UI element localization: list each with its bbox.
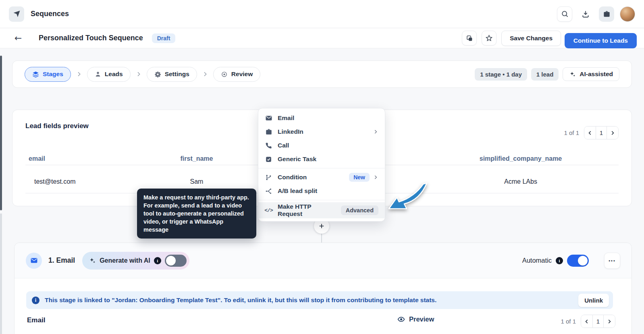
sequence-header: ← Personalized Touch Sequence Draft Save… xyxy=(0,28,644,48)
tab-settings[interactable]: Settings xyxy=(147,67,197,82)
chevron-right-icon xyxy=(76,71,82,77)
current-page: 1 xyxy=(596,127,607,139)
automatic-label: Automatic xyxy=(522,257,552,264)
column-header-company: simplified_company_name xyxy=(422,155,619,162)
next-page-button[interactable] xyxy=(607,127,618,139)
add-step-menu: Email LinkedIn Call Generic Task Conditi… xyxy=(258,108,385,222)
divider xyxy=(258,200,385,200)
briefcase-icon xyxy=(603,10,611,18)
menu-item-label: Generic Task xyxy=(278,156,316,163)
lead-count-badge: 1 lead xyxy=(531,68,559,81)
prev-page-button[interactable] xyxy=(584,127,596,139)
banner-text: This stage is linked to "Jordan: Onboard… xyxy=(45,297,436,304)
duplicate-button[interactable] xyxy=(462,31,477,46)
sparkles-icon xyxy=(569,71,576,78)
scrollbar-thumb[interactable] xyxy=(0,56,2,210)
menu-item-label: LinkedIn xyxy=(278,128,303,135)
unlink-button[interactable]: Unlink xyxy=(578,294,609,307)
stepper-card: Stages Leads Settings Review 1 stage • 1… xyxy=(12,60,632,88)
paper-plane-icon xyxy=(13,10,21,18)
export-button[interactable] xyxy=(578,6,593,22)
copy-icon xyxy=(466,35,473,42)
email-editor-header: Email Preview 1 of 1 1 xyxy=(15,312,632,330)
status-badge: Draft xyxy=(152,33,176,43)
gear-icon xyxy=(154,71,161,78)
workspace-button[interactable] xyxy=(599,6,614,22)
cell-company: Acme LAbs xyxy=(422,178,619,185)
tab-stages[interactable]: Stages xyxy=(25,67,71,82)
envelope-icon xyxy=(30,257,38,264)
plus-icon xyxy=(318,222,325,230)
favorite-button[interactable] xyxy=(482,31,497,46)
menu-item-linkedin[interactable]: LinkedIn xyxy=(258,125,385,139)
phone-icon xyxy=(265,142,272,149)
stage-menu-button[interactable]: ••• xyxy=(604,253,620,269)
current-page: 1 xyxy=(592,315,604,328)
menu-item-label: Make HTTP Request xyxy=(278,203,336,218)
branch-icon xyxy=(265,174,272,181)
menu-item-email[interactable]: Email xyxy=(258,111,385,125)
review-eye-icon xyxy=(221,71,228,78)
layers-icon xyxy=(32,71,39,78)
chevron-right-icon xyxy=(135,71,142,77)
generate-ai-pill[interactable]: Generate with AI i xyxy=(82,252,189,270)
menu-item-label: Email xyxy=(278,114,294,122)
column-header-email: email xyxy=(25,155,158,162)
page-info: 1 of 1 xyxy=(564,129,579,136)
http-request-tooltip: Make a request to any third-party app. F… xyxy=(137,189,256,239)
prev-page-button[interactable] xyxy=(581,315,592,328)
cell-first-name: Sam xyxy=(158,178,235,185)
menu-item-condition[interactable]: Condition New xyxy=(258,170,385,184)
tab-review[interactable]: Review xyxy=(213,67,260,82)
app-title: Sequences xyxy=(31,10,69,18)
generate-ai-label: Generate with AI xyxy=(100,257,150,264)
sparkles-icon xyxy=(89,257,96,264)
info-icon[interactable]: i xyxy=(556,257,563,264)
search-icon xyxy=(561,10,569,18)
generate-ai-toggle[interactable] xyxy=(165,255,187,267)
page-title: Personalized Touch Sequence xyxy=(39,34,143,42)
menu-item-call[interactable]: Call xyxy=(258,139,385,152)
ai-assisted-badge[interactable]: AI-assisted xyxy=(563,67,619,81)
advanced-badge: Advanced xyxy=(341,205,378,215)
email-section-title: Email xyxy=(27,316,45,324)
menu-item-generic-task[interactable]: Generic Task xyxy=(258,152,385,166)
new-badge: New xyxy=(349,173,370,182)
automatic-toggle[interactable] xyxy=(567,255,589,267)
ai-assisted-label: AI-assisted xyxy=(580,71,613,78)
chevron-right-icon xyxy=(373,129,378,135)
stage-card: 1. Email Generate with AI i Automatic i … xyxy=(14,243,632,334)
menu-item-ab-split[interactable]: A/B lead split xyxy=(258,184,385,198)
stage-duration-badge: 1 stage • 1 day xyxy=(475,68,527,81)
flow-connector-line xyxy=(321,232,322,243)
cell-email: test@test.com xyxy=(25,178,158,185)
user-avatar[interactable] xyxy=(620,6,635,22)
briefcase-icon xyxy=(265,128,272,135)
menu-item-label: Condition xyxy=(278,174,307,181)
arrow-left-icon: ← xyxy=(15,33,22,43)
tab-label: Review xyxy=(231,71,253,78)
tab-leads[interactable]: Leads xyxy=(87,67,131,82)
code-icon: </> xyxy=(265,207,272,214)
next-page-button[interactable] xyxy=(604,315,615,328)
app-logo xyxy=(9,6,24,22)
tab-label: Stages xyxy=(43,71,63,78)
star-icon xyxy=(485,34,493,42)
back-button[interactable]: ← xyxy=(12,34,24,43)
checkbox-icon xyxy=(265,156,272,163)
preview-tab[interactable]: Preview xyxy=(397,315,434,323)
download-icon xyxy=(582,10,590,18)
continue-to-leads-button[interactable]: Continue to Leads xyxy=(565,33,637,48)
scrollbar-track[interactable] xyxy=(0,214,2,334)
tab-label: Leads xyxy=(105,71,123,78)
stage-title: 1. Email xyxy=(48,256,75,265)
envelope-icon xyxy=(265,114,272,122)
preview-label: Preview xyxy=(409,315,434,323)
search-button[interactable] xyxy=(557,6,572,22)
eye-icon xyxy=(397,315,405,323)
menu-item-http-request[interactable]: </> Make HTTP Request Advanced xyxy=(258,202,385,218)
info-icon[interactable]: i xyxy=(154,257,161,264)
tab-label: Settings xyxy=(165,71,189,78)
menu-item-label: A/B lead split xyxy=(278,187,317,195)
save-changes-button[interactable]: Save Changes xyxy=(501,31,561,46)
